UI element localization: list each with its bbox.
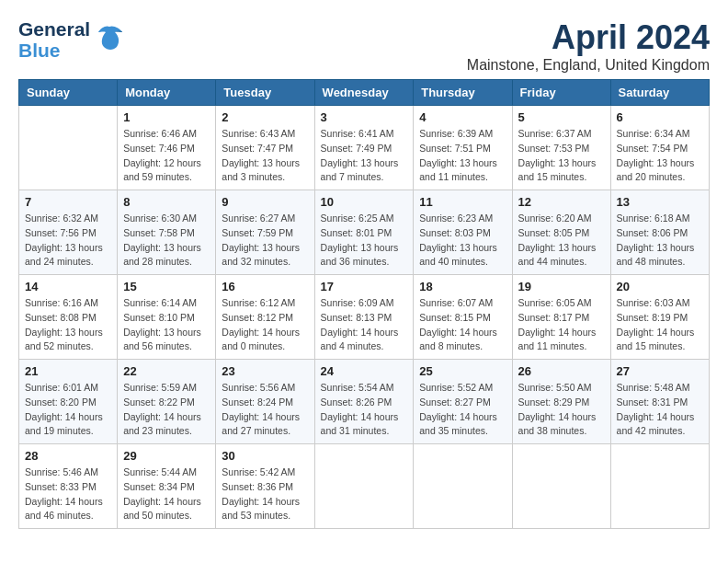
date-number: 26 — [518, 364, 605, 378]
cell-info: Sunrise: 5:46 AMSunset: 8:33 PMDaylight:… — [25, 465, 111, 523]
cell-info: Sunrise: 6:01 AMSunset: 8:20 PMDaylight:… — [25, 381, 111, 439]
calendar-cell: 3Sunrise: 6:41 AMSunset: 7:49 PMDaylight… — [314, 106, 414, 190]
calendar-cell: 10Sunrise: 6:25 AMSunset: 8:01 PMDayligh… — [314, 190, 414, 275]
cell-info: Sunrise: 5:56 AMSunset: 8:24 PMDaylight:… — [222, 381, 308, 439]
day-header-saturday: Saturday — [610, 80, 709, 106]
date-number: 12 — [518, 195, 605, 209]
date-number: 23 — [222, 364, 308, 378]
cell-info: Sunrise: 5:52 AMSunset: 8:27 PMDaylight:… — [419, 381, 506, 439]
date-number: 6 — [617, 110, 703, 124]
date-number: 1 — [123, 110, 210, 124]
date-number: 15 — [123, 280, 210, 293]
cell-info: Sunrise: 5:59 AMSunset: 8:22 PMDaylight:… — [123, 381, 210, 439]
date-number: 30 — [222, 449, 308, 463]
calendar-cell: 2Sunrise: 6:43 AMSunset: 7:47 PMDaylight… — [216, 106, 314, 190]
date-number: 20 — [617, 280, 703, 293]
cell-info: Sunrise: 6:05 AMSunset: 8:17 PMDaylight:… — [518, 296, 605, 354]
cell-info: Sunrise: 6:32 AMSunset: 7:56 PMDaylight:… — [25, 212, 111, 270]
calendar-cell: 9Sunrise: 6:27 AMSunset: 7:59 PMDaylight… — [216, 190, 314, 275]
date-number: 25 — [419, 364, 506, 378]
calendar-cell: 26Sunrise: 5:50 AMSunset: 8:29 PMDayligh… — [512, 360, 610, 444]
calendar-cell — [610, 444, 709, 529]
calendar-cell: 14Sunrise: 6:16 AMSunset: 8:08 PMDayligh… — [19, 275, 118, 360]
date-number: 14 — [25, 280, 111, 293]
cell-info: Sunrise: 6:12 AMSunset: 8:12 PMDaylight:… — [222, 296, 308, 354]
logo: General Blue — [18, 18, 124, 61]
date-number: 28 — [25, 449, 111, 463]
date-number: 27 — [617, 364, 703, 378]
date-number: 24 — [321, 364, 408, 378]
week-row-3: 14Sunrise: 6:16 AMSunset: 8:08 PMDayligh… — [19, 275, 710, 360]
cell-info: Sunrise: 6:07 AMSunset: 8:15 PMDaylight:… — [419, 296, 506, 354]
cell-info: Sunrise: 6:03 AMSunset: 8:19 PMDaylight:… — [617, 296, 703, 354]
week-row-5: 28Sunrise: 5:46 AMSunset: 8:33 PMDayligh… — [19, 444, 710, 529]
cell-info: Sunrise: 6:46 AMSunset: 7:46 PMDaylight:… — [123, 127, 210, 185]
logo-bird-icon — [95, 23, 124, 59]
date-number: 13 — [617, 195, 703, 209]
calendar-cell: 29Sunrise: 5:44 AMSunset: 8:34 PMDayligh… — [118, 444, 216, 529]
cell-info: Sunrise: 5:42 AMSunset: 8:36 PMDaylight:… — [222, 465, 308, 523]
cell-info: Sunrise: 5:54 AMSunset: 8:26 PMDaylight:… — [321, 381, 408, 439]
calendar-cell: 17Sunrise: 6:09 AMSunset: 8:13 PMDayligh… — [314, 275, 414, 360]
cell-info: Sunrise: 6:30 AMSunset: 7:58 PMDaylight:… — [123, 212, 210, 270]
location-subtitle: Mainstone, England, United Kingdom — [467, 57, 710, 74]
calendar-cell — [512, 444, 610, 529]
day-header-friday: Friday — [512, 80, 610, 106]
cell-info: Sunrise: 6:09 AMSunset: 8:13 PMDaylight:… — [321, 296, 408, 354]
cell-info: Sunrise: 6:43 AMSunset: 7:47 PMDaylight:… — [222, 127, 308, 185]
cell-info: Sunrise: 6:18 AMSunset: 8:06 PMDaylight:… — [617, 212, 703, 270]
cell-info: Sunrise: 5:44 AMSunset: 8:34 PMDaylight:… — [123, 465, 210, 523]
date-number: 19 — [518, 280, 605, 293]
calendar-cell: 23Sunrise: 5:56 AMSunset: 8:24 PMDayligh… — [216, 360, 314, 444]
calendar-cell: 30Sunrise: 5:42 AMSunset: 8:36 PMDayligh… — [216, 444, 314, 529]
calendar-cell: 24Sunrise: 5:54 AMSunset: 8:26 PMDayligh… — [314, 360, 414, 444]
cell-info: Sunrise: 6:37 AMSunset: 7:53 PMDaylight:… — [518, 127, 605, 185]
calendar-cell: 13Sunrise: 6:18 AMSunset: 8:06 PMDayligh… — [610, 190, 709, 275]
calendar-cell: 5Sunrise: 6:37 AMSunset: 7:53 PMDaylight… — [512, 106, 610, 190]
calendar-cell: 1Sunrise: 6:46 AMSunset: 7:46 PMDaylight… — [118, 106, 216, 190]
cell-info: Sunrise: 6:25 AMSunset: 8:01 PMDaylight:… — [321, 212, 408, 270]
date-number: 10 — [321, 195, 408, 209]
calendar-table: SundayMondayTuesdayWednesdayThursdayFrid… — [18, 79, 710, 529]
logo-blue-text: Blue — [18, 40, 90, 61]
calendar-cell: 18Sunrise: 6:07 AMSunset: 8:15 PMDayligh… — [414, 275, 512, 360]
calendar-cell: 7Sunrise: 6:32 AMSunset: 7:56 PMDaylight… — [19, 190, 118, 275]
cell-info: Sunrise: 6:41 AMSunset: 7:49 PMDaylight:… — [321, 127, 408, 185]
day-header-thursday: Thursday — [414, 80, 512, 106]
week-row-1: 1Sunrise: 6:46 AMSunset: 7:46 PMDaylight… — [19, 106, 710, 190]
date-number: 9 — [222, 195, 308, 209]
calendar-cell: 6Sunrise: 6:34 AMSunset: 7:54 PMDaylight… — [610, 106, 709, 190]
date-number: 8 — [123, 195, 210, 209]
day-header-sunday: Sunday — [19, 80, 118, 106]
calendar-cell: 27Sunrise: 5:48 AMSunset: 8:31 PMDayligh… — [610, 360, 709, 444]
day-header-tuesday: Tuesday — [216, 80, 314, 106]
calendar-cell: 20Sunrise: 6:03 AMSunset: 8:19 PMDayligh… — [610, 275, 709, 360]
cell-info: Sunrise: 6:14 AMSunset: 8:10 PMDaylight:… — [123, 296, 210, 354]
cell-info: Sunrise: 6:23 AMSunset: 8:03 PMDaylight:… — [419, 212, 506, 270]
date-number: 3 — [321, 110, 408, 124]
date-number: 29 — [123, 449, 210, 463]
cell-info: Sunrise: 6:16 AMSunset: 8:08 PMDaylight:… — [25, 296, 111, 354]
cell-info: Sunrise: 6:27 AMSunset: 7:59 PMDaylight:… — [222, 212, 308, 270]
calendar-cell: 4Sunrise: 6:39 AMSunset: 7:51 PMDaylight… — [414, 106, 512, 190]
date-number: 7 — [25, 195, 111, 209]
week-row-4: 21Sunrise: 6:01 AMSunset: 8:20 PMDayligh… — [19, 360, 710, 444]
calendar-cell: 21Sunrise: 6:01 AMSunset: 8:20 PMDayligh… — [19, 360, 118, 444]
calendar-cell: 19Sunrise: 6:05 AMSunset: 8:17 PMDayligh… — [512, 275, 610, 360]
day-header-monday: Monday — [118, 80, 216, 106]
calendar-cell: 28Sunrise: 5:46 AMSunset: 8:33 PMDayligh… — [19, 444, 118, 529]
calendar-cell: 16Sunrise: 6:12 AMSunset: 8:12 PMDayligh… — [216, 275, 314, 360]
cell-info: Sunrise: 5:50 AMSunset: 8:29 PMDaylight:… — [518, 381, 605, 439]
date-number: 2 — [222, 110, 308, 124]
date-number: 17 — [321, 280, 408, 293]
date-number: 5 — [518, 110, 605, 124]
calendar-cell — [19, 106, 118, 190]
week-row-2: 7Sunrise: 6:32 AMSunset: 7:56 PMDaylight… — [19, 190, 710, 275]
cell-info: Sunrise: 6:20 AMSunset: 8:05 PMDaylight:… — [518, 212, 605, 270]
title-block: April 2024 Mainstone, England, United Ki… — [467, 18, 710, 74]
day-header-row: SundayMondayTuesdayWednesdayThursdayFrid… — [19, 80, 710, 106]
date-number: 21 — [25, 364, 111, 378]
day-header-wednesday: Wednesday — [314, 80, 414, 106]
calendar-cell: 11Sunrise: 6:23 AMSunset: 8:03 PMDayligh… — [414, 190, 512, 275]
calendar-cell: 12Sunrise: 6:20 AMSunset: 8:05 PMDayligh… — [512, 190, 610, 275]
